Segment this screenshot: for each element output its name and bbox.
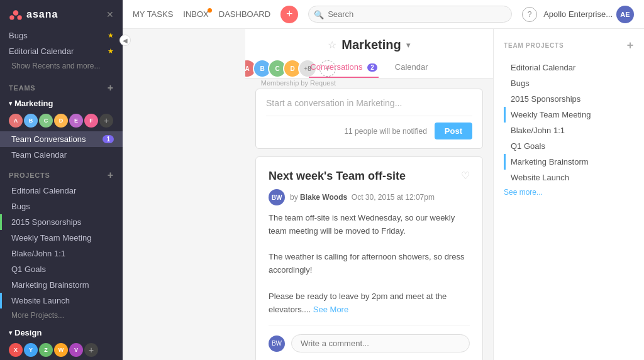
comment-input-1[interactable] — [291, 334, 470, 352]
sidebar-item-team-conversations[interactable]: Team Conversations 1 — [0, 131, 123, 147]
right-project-website-launch[interactable]: Website Launch — [504, 170, 634, 185]
sidebar-project-bugs[interactable]: Bugs — [0, 199, 123, 214]
sidebar-project-marketing-brainstorm[interactable]: Marketing Brainstorm — [0, 277, 123, 293]
more-projects-link[interactable]: More Projects... — [0, 308, 123, 325]
notify-text: 11 people will be notified — [344, 127, 426, 136]
add-team-button[interactable]: + — [108, 83, 114, 93]
sidebar-project-blake-john[interactable]: Blake/John 1:1 — [0, 246, 123, 261]
asana-logo: asana — [9, 8, 58, 21]
user-menu[interactable]: Apollo Enterprise... AE — [543, 6, 634, 23]
right-project-weekly-meeting[interactable]: Weekly Team Meeting — [504, 107, 634, 123]
sidebar-item-team-calendar[interactable]: Team Calendar — [0, 147, 123, 163]
right-project-q1goals[interactable]: Q1 Goals — [504, 138, 634, 154]
help-button[interactable]: ? — [522, 7, 537, 22]
conv-title-1: Next week's Team off-site — [269, 170, 406, 183]
sidebar-group-design[interactable]: ▾ Design — [0, 325, 123, 341]
sidebar-project-website-launch[interactable]: Website Launch — [0, 293, 123, 308]
see-more-projects-link[interactable]: See more... — [504, 185, 634, 199]
star-icon-editorial[interactable]: ★ — [108, 47, 114, 55]
my-tasks-nav[interactable]: MY TASKS — [133, 9, 173, 19]
chevron-marketing: ▾ — [9, 100, 12, 107]
center-panel: ☆ Marketing ▾ A B C D +8 + Membership by… — [245, 29, 493, 360]
membership-label: Membership by Request — [261, 79, 336, 87]
team-conversations-badge: 1 — [103, 135, 114, 143]
dashboard-nav[interactable]: DASHBOARD — [219, 9, 270, 19]
topbar: MY TASKS INBOX DASHBOARD + 🔍 ? Apollo En… — [123, 0, 644, 29]
avatar-1: A — [9, 114, 23, 128]
sidebar-item-editorial[interactable]: Editorial Calendar ★ — [0, 43, 123, 59]
conversations-badge: 2 — [367, 63, 377, 72]
user-avatar: AE — [616, 6, 634, 23]
page-header: ☆ Marketing ▾ A B C D +8 + Membership by… — [245, 29, 493, 79]
conv-header-1: Next week's Team off-site ♡ — [269, 170, 470, 183]
design-avatar-4: W — [54, 343, 68, 357]
conv-comment-row-1: BW — [269, 325, 470, 352]
sidebar-project-bugs-label: Bugs — [11, 202, 30, 211]
sidebar-project-website-label: Website Launch — [11, 296, 70, 305]
page-title-star[interactable]: ☆ — [328, 39, 336, 51]
page-title: Marketing — [341, 38, 401, 52]
compose-box: Start a conversation in Marketing... 11 … — [255, 89, 483, 149]
sidebar-group-marketing[interactable]: ▾ Marketing — [0, 95, 123, 111]
svg-point-0 — [13, 10, 19, 16]
add-member-button[interactable]: + — [99, 114, 113, 128]
sidebar-project-editorial-label: Editorial Calendar — [11, 186, 76, 195]
username-label: Apollo Enterprise... — [543, 9, 613, 19]
svg-point-2 — [17, 15, 21, 19]
see-more-1[interactable]: See More — [313, 305, 348, 314]
inbox-nav[interactable]: INBOX — [183, 9, 208, 19]
sidebar-item-bugs[interactable]: Bugs ★ — [0, 28, 123, 43]
star-icon-bugs[interactable]: ★ — [108, 31, 114, 40]
right-project-bugs[interactable]: Bugs — [504, 75, 634, 91]
search-input[interactable] — [308, 6, 512, 23]
marketing-avatars: A B C D E F + — [0, 111, 123, 131]
collapse-sidebar-button[interactable]: ◀ — [119, 35, 131, 46]
asana-logo-text: asana — [26, 9, 58, 20]
close-sidebar-button[interactable]: ✕ — [106, 9, 114, 19]
design-avatar-2: Y — [24, 343, 38, 357]
chevron-design: ▾ — [9, 329, 12, 336]
show-recents-link[interactable]: Show Recents and more... — [0, 59, 123, 75]
team-calendar-label: Team Calendar — [11, 150, 67, 160]
post-button[interactable]: Post — [435, 123, 472, 139]
right-project-editorial[interactable]: Editorial Calendar — [504, 60, 634, 75]
design-label: Design — [14, 328, 42, 337]
sidebar-project-q1goals-label: Q1 Goals — [11, 265, 46, 274]
comment-avatar-1: BW — [269, 335, 285, 352]
conv-body-1: The team off-site is next Wednesday, so … — [269, 212, 470, 316]
tab-calendar[interactable]: Calendar — [394, 57, 430, 78]
add-project-right-button[interactable]: + — [627, 39, 634, 52]
add-project-button[interactable]: + — [108, 170, 114, 180]
avatar-6: F — [84, 114, 98, 128]
marketing-label: Marketing — [14, 99, 53, 108]
sidebar-teams-section: Teams + — [0, 75, 123, 95]
sidebar-project-q1goals[interactable]: Q1 Goals — [0, 261, 123, 277]
right-project-blake-john[interactable]: Blake/John 1:1 — [504, 123, 634, 138]
conversation-card-1: Next week's Team off-site ♡ BW by Blake … — [255, 156, 483, 360]
sidebar-project-brainstorm-label: Marketing Brainstorm — [11, 280, 89, 290]
conv-author-meta-1: by Blake Woods Oct 30, 2015 at 12:07pm — [290, 193, 435, 202]
compose-placeholder[interactable]: Start a conversation in Marketing... — [266, 98, 472, 108]
conv-heart-1[interactable]: ♡ — [461, 170, 470, 182]
compose-footer: 11 people will be notified Post — [266, 116, 472, 139]
add-design-member-button[interactable]: + — [84, 343, 98, 357]
search-icon: 🔍 — [314, 9, 324, 19]
sidebar-project-sponsorships-label: 2015 Sponsorships — [11, 217, 81, 227]
design-avatar-5: V — [69, 343, 83, 357]
right-project-sponsorships[interactable]: 2015 Sponsorships — [504, 91, 634, 107]
right-project-brainstorm[interactable]: Marketing Brainstorm — [504, 154, 634, 170]
right-panel-title: TEAM PROJECTS + — [504, 39, 634, 52]
sidebar-project-weekly-label: Weekly Team Meeting — [11, 233, 91, 243]
design-avatars: X Y Z W V + — [0, 341, 123, 360]
avatar-3: C — [39, 114, 53, 128]
sidebar-project-editorial[interactable]: Editorial Calendar — [0, 183, 123, 199]
sidebar-project-weekly-meeting[interactable]: Weekly Team Meeting — [0, 230, 123, 246]
sidebar-projects-section: PROJECTS + — [0, 163, 123, 183]
sidebar-project-sponsorships[interactable]: 2015 Sponsorships — [0, 214, 123, 230]
add-task-button[interactable]: + — [280, 6, 298, 23]
page-title-chevron[interactable]: ▾ — [406, 40, 411, 50]
tab-conversations[interactable]: Conversations 2 — [309, 57, 378, 78]
asana-logo-icon — [9, 8, 23, 21]
conv-author-avatar-1: BW — [269, 189, 285, 205]
topbar-nav: MY TASKS INBOX DASHBOARD — [133, 9, 270, 19]
